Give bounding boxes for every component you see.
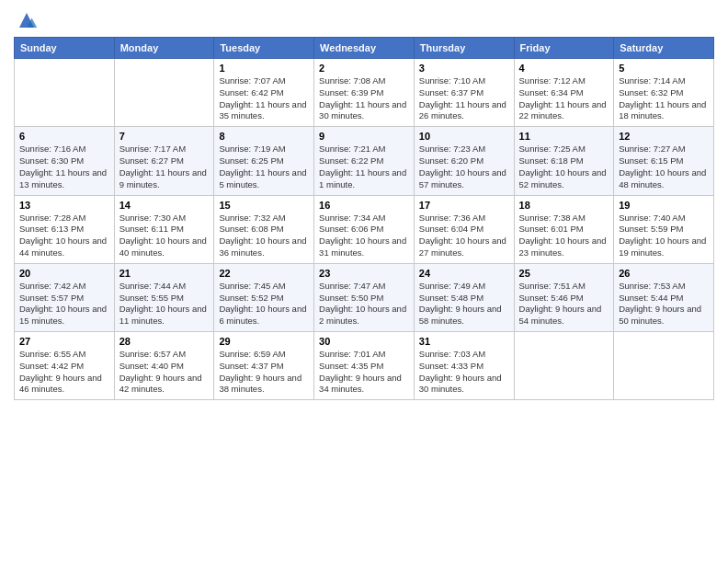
day-number: 28 (119, 336, 210, 347)
day-info: Sunrise: 7:42 AMSunset: 5:57 PMDaylight:… (19, 281, 109, 327)
weekday-header-friday: Friday (514, 38, 614, 59)
calendar-cell: 27Sunrise: 6:55 AMSunset: 4:42 PMDayligh… (15, 332, 115, 400)
day-info: Sunrise: 7:19 AMSunset: 6:25 PMDaylight:… (219, 144, 309, 190)
day-info: Sunrise: 7:08 AMSunset: 6:39 PMDaylight:… (319, 75, 409, 122)
day-info: Sunrise: 6:55 AMSunset: 4:42 PMDaylight:… (19, 349, 109, 396)
day-info: Sunrise: 7:36 AMSunset: 6:04 PMDaylight:… (419, 213, 509, 259)
calendar-week-row: 20Sunrise: 7:42 AMSunset: 5:57 PMDayligh… (15, 263, 714, 331)
calendar-cell: 2Sunrise: 7:08 AMSunset: 6:39 PMDaylight… (314, 59, 415, 127)
calendar-cell (15, 59, 115, 127)
day-info: Sunrise: 7:47 AMSunset: 5:50 PMDaylight:… (319, 281, 409, 327)
day-info: Sunrise: 7:28 AMSunset: 6:13 PMDaylight:… (19, 213, 109, 259)
day-info: Sunrise: 7:53 AMSunset: 5:44 PMDaylight:… (619, 281, 709, 327)
day-number: 1 (219, 63, 309, 74)
day-info: Sunrise: 7:03 AMSunset: 4:33 PMDaylight:… (419, 349, 509, 396)
day-info: Sunrise: 7:16 AMSunset: 6:30 PMDaylight:… (19, 144, 109, 190)
weekday-header-wednesday: Wednesday (314, 38, 415, 59)
calendar-cell: 7Sunrise: 7:17 AMSunset: 6:27 PMDaylight… (114, 127, 214, 195)
day-number: 13 (19, 200, 109, 211)
day-info: Sunrise: 7:49 AMSunset: 5:48 PMDaylight:… (419, 281, 509, 327)
calendar-cell: 10Sunrise: 7:23 AMSunset: 6:20 PMDayligh… (414, 127, 514, 195)
day-info: Sunrise: 7:23 AMSunset: 6:20 PMDaylight:… (419, 144, 509, 190)
calendar-cell: 11Sunrise: 7:25 AMSunset: 6:18 PMDayligh… (514, 127, 614, 195)
day-info: Sunrise: 6:57 AMSunset: 4:40 PMDaylight:… (119, 349, 210, 396)
calendar-cell: 30Sunrise: 7:01 AMSunset: 4:35 PMDayligh… (314, 332, 415, 400)
calendar-cell: 14Sunrise: 7:30 AMSunset: 6:11 PMDayligh… (114, 195, 214, 263)
calendar-cell: 13Sunrise: 7:28 AMSunset: 6:13 PMDayligh… (15, 195, 115, 263)
logo (14, 9, 38, 31)
calendar-cell (514, 332, 614, 400)
calendar-cell: 12Sunrise: 7:27 AMSunset: 6:15 PMDayligh… (614, 127, 714, 195)
day-info: Sunrise: 7:44 AMSunset: 5:55 PMDaylight:… (119, 281, 210, 327)
day-number: 18 (519, 200, 609, 211)
day-number: 2 (319, 63, 409, 74)
calendar-cell: 19Sunrise: 7:40 AMSunset: 5:59 PMDayligh… (614, 195, 714, 263)
day-info: Sunrise: 7:34 AMSunset: 6:06 PMDaylight:… (319, 213, 409, 259)
day-number: 19 (619, 200, 709, 211)
calendar-cell: 6Sunrise: 7:16 AMSunset: 6:30 PMDaylight… (15, 127, 115, 195)
calendar-cell: 24Sunrise: 7:49 AMSunset: 5:48 PMDayligh… (414, 263, 514, 331)
calendar-cell: 23Sunrise: 7:47 AMSunset: 5:50 PMDayligh… (314, 263, 415, 331)
day-number: 15 (219, 200, 309, 211)
weekday-header-saturday: Saturday (614, 38, 714, 59)
day-number: 12 (619, 131, 709, 142)
day-number: 16 (319, 200, 409, 211)
day-number: 10 (419, 131, 509, 142)
calendar-cell: 15Sunrise: 7:32 AMSunset: 6:08 PMDayligh… (214, 195, 314, 263)
day-number: 8 (219, 131, 309, 142)
day-info: Sunrise: 7:01 AMSunset: 4:35 PMDaylight:… (319, 349, 409, 396)
day-info: Sunrise: 7:12 AMSunset: 6:34 PMDaylight:… (519, 75, 609, 122)
day-number: 30 (319, 336, 409, 347)
day-info: Sunrise: 7:17 AMSunset: 6:27 PMDaylight:… (119, 144, 210, 190)
day-info: Sunrise: 7:51 AMSunset: 5:46 PMDaylight:… (519, 281, 609, 327)
calendar-cell: 20Sunrise: 7:42 AMSunset: 5:57 PMDayligh… (15, 263, 115, 331)
calendar-cell: 3Sunrise: 7:10 AMSunset: 6:37 PMDaylight… (414, 59, 514, 127)
calendar-week-row: 13Sunrise: 7:28 AMSunset: 6:13 PMDayligh… (15, 195, 714, 263)
calendar-cell: 1Sunrise: 7:07 AMSunset: 6:42 PMDaylight… (214, 59, 314, 127)
weekday-header-thursday: Thursday (414, 38, 514, 59)
day-info: Sunrise: 7:07 AMSunset: 6:42 PMDaylight:… (219, 75, 309, 122)
day-info: Sunrise: 7:40 AMSunset: 5:59 PMDaylight:… (619, 213, 709, 259)
calendar-cell: 26Sunrise: 7:53 AMSunset: 5:44 PMDayligh… (614, 263, 714, 331)
day-number: 27 (19, 336, 109, 347)
day-number: 7 (119, 131, 210, 142)
calendar-cell: 5Sunrise: 7:14 AMSunset: 6:32 PMDaylight… (614, 59, 714, 127)
day-number: 6 (19, 131, 109, 142)
calendar-week-row: 27Sunrise: 6:55 AMSunset: 4:42 PMDayligh… (15, 332, 714, 400)
day-info: Sunrise: 7:32 AMSunset: 6:08 PMDaylight:… (219, 213, 309, 259)
day-info: Sunrise: 7:45 AMSunset: 5:52 PMDaylight:… (219, 281, 309, 327)
calendar-cell: 21Sunrise: 7:44 AMSunset: 5:55 PMDayligh… (114, 263, 214, 331)
page: SundayMondayTuesdayWednesdayThursdayFrid… (0, 0, 728, 563)
day-number: 5 (619, 63, 709, 74)
day-number: 4 (519, 63, 609, 74)
day-info: Sunrise: 7:30 AMSunset: 6:11 PMDaylight:… (119, 213, 210, 259)
day-number: 29 (219, 336, 309, 347)
calendar-cell: 17Sunrise: 7:36 AMSunset: 6:04 PMDayligh… (414, 195, 514, 263)
day-number: 14 (119, 200, 210, 211)
calendar-cell: 28Sunrise: 6:57 AMSunset: 4:40 PMDayligh… (114, 332, 214, 400)
day-number: 24 (419, 268, 509, 279)
day-number: 9 (319, 131, 409, 142)
day-info: Sunrise: 7:25 AMSunset: 6:18 PMDaylight:… (519, 144, 609, 190)
calendar-cell (114, 59, 214, 127)
calendar-cell: 29Sunrise: 6:59 AMSunset: 4:37 PMDayligh… (214, 332, 314, 400)
calendar-cell: 8Sunrise: 7:19 AMSunset: 6:25 PMDaylight… (214, 127, 314, 195)
day-info: Sunrise: 7:38 AMSunset: 6:01 PMDaylight:… (519, 213, 609, 259)
weekday-header-tuesday: Tuesday (214, 38, 314, 59)
day-info: Sunrise: 7:21 AMSunset: 6:22 PMDaylight:… (319, 144, 409, 190)
day-info: Sunrise: 7:27 AMSunset: 6:15 PMDaylight:… (619, 144, 709, 190)
weekday-header-sunday: Sunday (15, 38, 115, 59)
calendar-cell: 31Sunrise: 7:03 AMSunset: 4:33 PMDayligh… (414, 332, 514, 400)
calendar-table: SundayMondayTuesdayWednesdayThursdayFrid… (14, 37, 714, 400)
day-number: 26 (619, 268, 709, 279)
calendar-cell: 18Sunrise: 7:38 AMSunset: 6:01 PMDayligh… (514, 195, 614, 263)
day-number: 31 (419, 336, 509, 347)
day-number: 20 (19, 268, 109, 279)
weekday-header-row: SundayMondayTuesdayWednesdayThursdayFrid… (15, 38, 714, 59)
calendar-cell: 25Sunrise: 7:51 AMSunset: 5:46 PMDayligh… (514, 263, 614, 331)
day-number: 3 (419, 63, 509, 74)
day-number: 23 (319, 268, 409, 279)
calendar-cell: 9Sunrise: 7:21 AMSunset: 6:22 PMDaylight… (314, 127, 415, 195)
calendar-cell: 22Sunrise: 7:45 AMSunset: 5:52 PMDayligh… (214, 263, 314, 331)
logo-icon (16, 9, 38, 31)
